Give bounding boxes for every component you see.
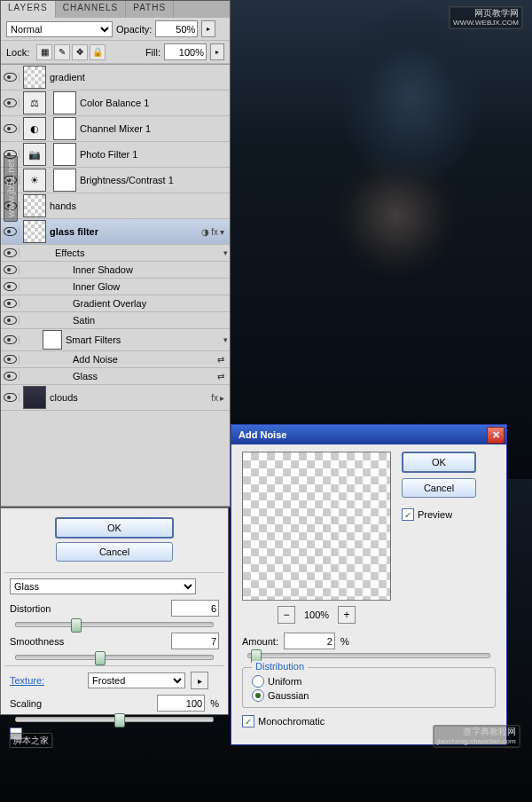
add-noise-dialog: Add Noise ✕ − 100% + OK Cancel Preview xyxy=(231,424,507,745)
ok-button[interactable]: OK xyxy=(402,452,476,473)
visibility-icon[interactable] xyxy=(4,73,17,82)
cancel-button[interactable]: Cancel xyxy=(402,478,476,498)
zoom-out-icon[interactable]: − xyxy=(278,606,295,624)
layer-row-photo-filter[interactable]: 📷 Photo Filter 1 xyxy=(1,142,230,168)
layer-row-clouds[interactable]: clouds fx ▸ xyxy=(1,385,230,411)
layer-name[interactable]: Brightness/Contrast 1 xyxy=(80,175,230,185)
layer-name[interactable]: gradient xyxy=(50,72,230,83)
fx-badge[interactable]: fx xyxy=(211,393,218,403)
zoom-level: 100% xyxy=(304,609,329,620)
visibility-icon[interactable] xyxy=(4,265,17,274)
distortion-slider[interactable] xyxy=(15,622,214,627)
visibility-icon[interactable] xyxy=(4,316,17,325)
chevron-down-icon[interactable]: ▾ xyxy=(220,227,224,237)
visibility-icon[interactable] xyxy=(4,227,17,236)
chevron-down-icon[interactable]: ▾ xyxy=(221,248,230,257)
distortion-input[interactable] xyxy=(171,600,219,617)
visibility-icon[interactable] xyxy=(4,355,17,364)
fill-input[interactable] xyxy=(164,43,207,60)
texture-select[interactable]: Frosted xyxy=(88,672,185,688)
layer-name[interactable]: Channel Mixer 1 xyxy=(80,123,230,134)
distribution-uniform-radio[interactable] xyxy=(252,675,264,688)
texture-flyout-icon[interactable]: ▸ xyxy=(191,672,208,689)
scaling-slider[interactable] xyxy=(15,717,214,722)
adjustment-icon: 📷 xyxy=(23,143,46,166)
sub-name: Smart Filters xyxy=(66,334,221,345)
visibility-icon[interactable] xyxy=(4,124,17,133)
fx-badge[interactable]: fx xyxy=(211,227,218,237)
watermark: www.jb51.net xyxy=(4,155,18,222)
dialog-titlebar[interactable]: Add Noise ✕ xyxy=(231,425,506,444)
layer-list: gradient ⚖ Color Balance 1 ◐ Channel Mix… xyxy=(1,64,230,507)
amount-input[interactable] xyxy=(284,633,335,649)
visibility-icon[interactable] xyxy=(4,248,17,257)
chevron-right-icon[interactable]: ▸ xyxy=(220,393,224,403)
filter-edit-icon[interactable]: ⇄ xyxy=(217,372,224,381)
filter-icon[interactable]: ◑ xyxy=(201,227,209,237)
close-icon[interactable]: ✕ xyxy=(487,427,505,444)
lock-position-icon[interactable]: ✥ xyxy=(72,44,88,60)
cancel-button[interactable]: Cancel xyxy=(56,542,173,562)
visibility-icon[interactable] xyxy=(4,372,17,381)
filter-edit-icon[interactable]: ⇄ xyxy=(217,355,224,365)
layer-name[interactable]: glass filter xyxy=(50,226,201,237)
filter-type-select[interactable]: Glass xyxy=(10,578,196,594)
panel-tabs: LAYERS CHANNELS PATHS xyxy=(1,1,230,18)
layer-sub-inner-glow[interactable]: Inner Glow xyxy=(1,279,230,295)
fill-label: Fill: xyxy=(145,47,160,58)
layer-row-brightness-contrast[interactable]: ☀ Brightness/Contrast 1 xyxy=(1,168,230,193)
layer-sub-effects[interactable]: Effects ▾ xyxy=(1,245,230,262)
layer-row-color-balance[interactable]: ⚖ Color Balance 1 xyxy=(1,90,230,116)
lock-all-icon[interactable]: 🔒 xyxy=(90,44,106,60)
layer-sub-inner-shadow[interactable]: Inner Shadow xyxy=(1,262,230,279)
smart-object-thumb xyxy=(23,220,46,243)
tab-paths[interactable]: PATHS xyxy=(126,1,174,18)
sub-name: Inner Glow xyxy=(73,281,230,292)
layer-thumb xyxy=(23,194,46,217)
layer-name[interactable]: clouds xyxy=(50,392,211,403)
lock-pixels-icon[interactable]: ✎ xyxy=(54,44,70,60)
layer-name[interactable]: Color Balance 1 xyxy=(80,98,230,108)
opacity-input[interactable] xyxy=(155,20,198,37)
ok-button[interactable]: OK xyxy=(55,517,174,539)
distortion-label: Distortion xyxy=(10,603,82,614)
layer-sub-smart-filters[interactable]: Smart Filters ▾ xyxy=(1,329,230,351)
zoom-in-icon[interactable]: + xyxy=(338,606,356,624)
noise-preview[interactable] xyxy=(242,452,391,601)
layer-row-gradient[interactable]: gradient xyxy=(1,65,230,90)
blend-mode-select[interactable]: Normal xyxy=(6,21,113,37)
opacity-flyout-icon[interactable]: ▸ xyxy=(201,20,215,37)
visibility-icon[interactable] xyxy=(4,335,17,344)
layer-sub-add-noise[interactable]: Add Noise ⇄ xyxy=(1,351,230,368)
amount-unit: % xyxy=(340,636,349,647)
smoothness-input[interactable] xyxy=(171,633,219,649)
layer-sub-satin[interactable]: Satin xyxy=(1,312,230,329)
layer-sub-gradient-overlay[interactable]: Gradient Overlay xyxy=(1,295,230,312)
visibility-icon[interactable] xyxy=(4,98,17,107)
smoothness-slider[interactable] xyxy=(15,655,214,660)
layer-row-channel-mixer[interactable]: ◐ Channel Mixer 1 xyxy=(1,116,230,142)
watermark: 网页教学网 WWW.WEBJX.COM xyxy=(450,6,523,28)
preview-checkbox[interactable] xyxy=(402,508,414,521)
layer-name[interactable]: Photo Filter 1 xyxy=(80,149,230,160)
layer-row-hands[interactable]: hands xyxy=(1,193,230,219)
layer-row-glass-filter[interactable]: glass filter ◑ fx ▾ xyxy=(1,219,230,245)
monochromatic-checkbox[interactable] xyxy=(242,715,254,727)
tab-layers[interactable]: LAYERS xyxy=(1,1,56,18)
mask-thumb xyxy=(53,117,76,140)
scaling-input[interactable] xyxy=(157,695,205,712)
layer-name[interactable]: hands xyxy=(50,200,230,211)
sub-name: Inner Shadow xyxy=(73,264,230,275)
visibility-icon[interactable] xyxy=(4,393,17,402)
distribution-gaussian-radio[interactable] xyxy=(252,689,264,702)
chevron-down-icon[interactable]: ▾ xyxy=(221,335,230,344)
layer-sub-glass[interactable]: Glass ⇄ xyxy=(1,368,230,385)
lock-transparent-icon[interactable]: ▦ xyxy=(36,44,52,60)
tab-channels[interactable]: CHANNELS xyxy=(56,1,126,18)
layer-thumb xyxy=(23,66,46,89)
sub-name: Effects xyxy=(55,248,221,258)
amount-slider[interactable] xyxy=(247,653,490,658)
fill-flyout-icon[interactable]: ▸ xyxy=(210,43,224,60)
visibility-icon[interactable] xyxy=(4,299,17,308)
visibility-icon[interactable] xyxy=(4,282,17,291)
